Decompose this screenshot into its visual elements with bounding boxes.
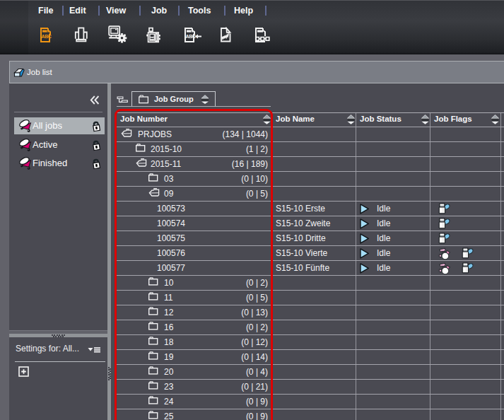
svg-text:ABC: ABC [186,34,196,39]
svg-text:ABC: ABC [42,34,52,39]
